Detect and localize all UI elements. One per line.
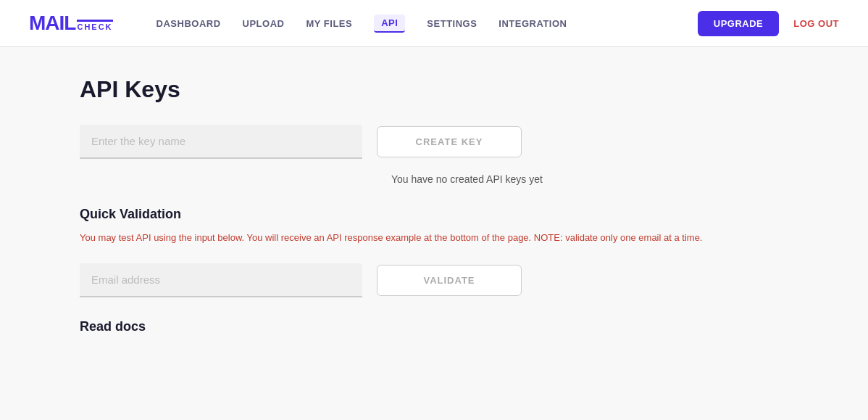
nav-link-dashboard[interactable]: DASHBOARD: [157, 15, 221, 32]
main-nav: DASHBOARD UPLOAD MY FILES API SETTINGS I…: [157, 15, 698, 33]
read-docs-title: Read docs: [80, 319, 788, 334]
email-address-input[interactable]: [80, 263, 362, 297]
nav-link-settings[interactable]: SETTINGS: [427, 15, 477, 32]
page-title: API Keys: [80, 76, 788, 103]
logout-button[interactable]: LOG OUT: [793, 18, 839, 29]
logo-mail-text: MAIL: [29, 12, 75, 35]
nav-link-my-files[interactable]: MY FILES: [306, 15, 352, 32]
api-key-row: CREATE KEY: [80, 125, 788, 159]
nav-link-integration[interactable]: INTEGRATION: [498, 15, 567, 32]
validate-button[interactable]: VALIDATE: [377, 265, 522, 296]
validate-row: VALIDATE: [80, 263, 788, 297]
header-actions: UPGRADE LOG OUT: [698, 11, 839, 36]
validation-description: You may test API using the input below. …: [80, 231, 732, 246]
logo[interactable]: MAIL CHECK: [29, 12, 113, 35]
main-content: API Keys CREATE KEY You have no created …: [0, 47, 868, 363]
validation-desc-text: You may test API using the input below. …: [80, 232, 702, 243]
nav-link-upload[interactable]: UPLOAD: [243, 15, 285, 32]
key-name-input[interactable]: [80, 125, 362, 159]
nav-link-api[interactable]: API: [374, 15, 405, 33]
quick-validation-title: Quick Validation: [80, 207, 788, 222]
logo-check-text: CHECK: [77, 20, 112, 31]
create-key-button[interactable]: CREATE KEY: [377, 126, 522, 157]
no-keys-message: You have no created API keys yet: [391, 173, 788, 185]
upgrade-button[interactable]: UPGRADE: [698, 11, 780, 36]
header: MAIL CHECK DASHBOARD UPLOAD MY FILES API…: [0, 0, 868, 47]
